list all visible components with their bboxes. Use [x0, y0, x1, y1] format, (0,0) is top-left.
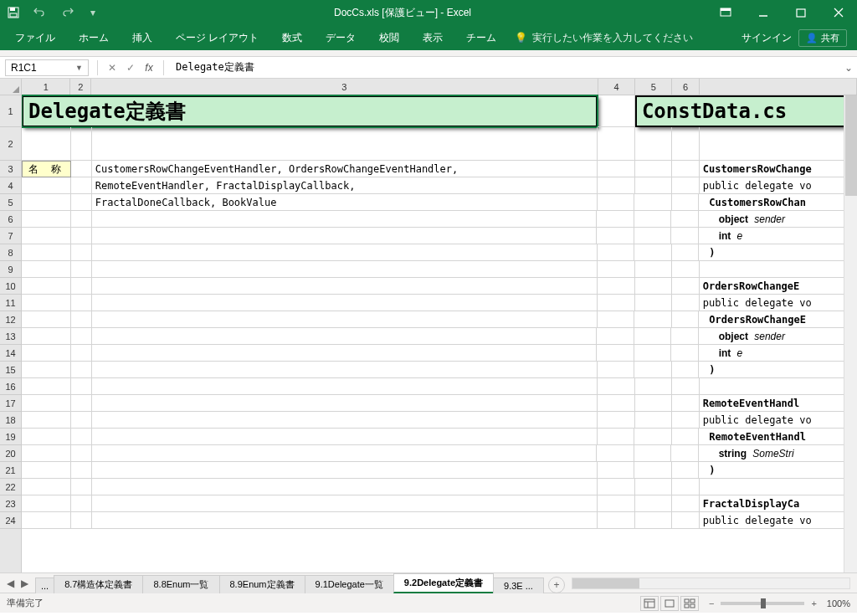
cell[interactable] [71, 362, 92, 378]
cell[interactable] [598, 395, 635, 412]
cell[interactable] [22, 345, 71, 362]
cell[interactable] [22, 495, 71, 512]
cell[interactable] [71, 378, 92, 395]
cell[interactable]: ) [699, 462, 857, 479]
cell[interactable] [22, 127, 71, 161]
cell[interactable] [635, 161, 673, 177]
col-header[interactable]: 3 [91, 79, 598, 95]
tab-page-layout[interactable]: ページ レイアウト [164, 25, 270, 50]
cell[interactable]: int e [699, 228, 857, 244]
cell[interactable] [92, 362, 598, 378]
page-layout-view-icon[interactable] [660, 596, 679, 611]
row-header[interactable]: 5 [0, 194, 21, 211]
col-header[interactable]: 2 [70, 79, 91, 95]
cell[interactable] [71, 244, 92, 261]
cell[interactable] [671, 328, 698, 345]
cell[interactable] [71, 278, 92, 295]
cell[interactable] [597, 328, 634, 345]
cell[interactable] [672, 177, 699, 194]
cell[interactable] [635, 479, 673, 495]
cell[interactable] [71, 479, 92, 495]
cell[interactable] [634, 429, 672, 445]
cell[interactable] [92, 412, 598, 429]
row-header[interactable]: 8 [0, 244, 21, 261]
cell[interactable] [672, 295, 699, 311]
cell[interactable] [22, 479, 71, 495]
cell[interactable] [92, 495, 598, 512]
cell[interactable] [598, 429, 635, 445]
row-header[interactable]: 20 [0, 445, 21, 462]
cell[interactable] [597, 445, 634, 462]
cell[interactable] [598, 311, 635, 328]
row-header[interactable]: 14 [0, 345, 21, 362]
cell[interactable] [71, 345, 92, 362]
cell[interactable] [92, 261, 598, 278]
cell[interactable] [635, 177, 673, 194]
undo-icon[interactable] [30, 7, 49, 19]
cell[interactable] [22, 211, 71, 228]
cell[interactable] [672, 194, 699, 211]
cell[interactable] [22, 462, 71, 479]
fx-icon[interactable]: fx [140, 62, 158, 74]
cancel-formula-icon[interactable]: ✕ [103, 62, 121, 74]
cell[interactable] [634, 345, 672, 362]
sheet-tab[interactable]: 9.1Delegate一覧 [305, 575, 394, 593]
sheet-tab[interactable]: 8.8Enum一覧 [142, 575, 219, 593]
tab-file[interactable]: ファイル [3, 25, 67, 50]
cell[interactable] [635, 127, 673, 161]
cell[interactable] [597, 228, 634, 244]
cell[interactable]: CustomersRowChange [700, 161, 857, 177]
cell[interactable] [672, 278, 699, 295]
cell[interactable] [22, 512, 71, 529]
confirm-formula-icon[interactable]: ✓ [121, 62, 140, 74]
cell[interactable] [22, 194, 71, 211]
signin-link[interactable]: サインイン [742, 31, 792, 45]
cell[interactable] [92, 395, 598, 412]
row-header[interactable]: 1 [0, 95, 21, 127]
cell[interactable] [71, 429, 92, 445]
cell[interactable] [598, 95, 635, 127]
cell[interactable] [71, 194, 92, 211]
cell[interactable] [598, 261, 635, 278]
cell[interactable] [700, 261, 857, 278]
formula-input[interactable]: Delegate定義書 [169, 60, 840, 74]
sheet-tab-more[interactable]: ... [35, 578, 54, 593]
cell[interactable]: public delegate vo [700, 295, 857, 311]
cell[interactable] [598, 512, 635, 529]
cell[interactable] [71, 512, 92, 529]
tab-insert[interactable]: 挿入 [121, 25, 164, 50]
cell[interactable] [598, 244, 635, 261]
row-header[interactable]: 12 [0, 311, 21, 328]
cell[interactable]: RemoteEventHandl [700, 395, 857, 412]
cell[interactable] [671, 211, 698, 228]
cell[interactable]: object sender [699, 328, 857, 345]
cell[interactable] [672, 311, 699, 328]
cell[interactable]: RemoteEventHandler, FractalDisplayCallba… [92, 177, 598, 194]
sheet-tab-partial[interactable]: 9.3E ... [493, 578, 544, 593]
cell[interactable] [672, 495, 699, 512]
cell[interactable]: string SomeStri [699, 445, 857, 462]
cell[interactable]: CustomersRowChan [699, 194, 857, 211]
cell[interactable] [635, 395, 673, 412]
cell[interactable] [22, 311, 71, 328]
cell[interactable] [22, 445, 71, 462]
cell[interactable] [634, 228, 672, 244]
cell[interactable] [672, 261, 699, 278]
cell[interactable] [671, 228, 698, 244]
cell[interactable] [71, 311, 92, 328]
cell[interactable] [92, 278, 598, 295]
horizontal-scrollbar[interactable] [572, 578, 850, 589]
cell[interactable] [22, 362, 71, 378]
cell[interactable] [634, 328, 672, 345]
cell[interactable] [598, 295, 635, 311]
cell[interactable] [598, 161, 635, 177]
cell[interactable] [672, 479, 699, 495]
cell[interactable] [92, 295, 598, 311]
cell[interactable] [700, 127, 857, 161]
row-header[interactable]: 23 [0, 495, 21, 512]
cell[interactable] [635, 278, 673, 295]
cell[interactable] [71, 295, 92, 311]
row-header[interactable]: 2 [0, 127, 21, 161]
cell[interactable] [92, 479, 598, 495]
close-icon[interactable] [819, 0, 857, 25]
